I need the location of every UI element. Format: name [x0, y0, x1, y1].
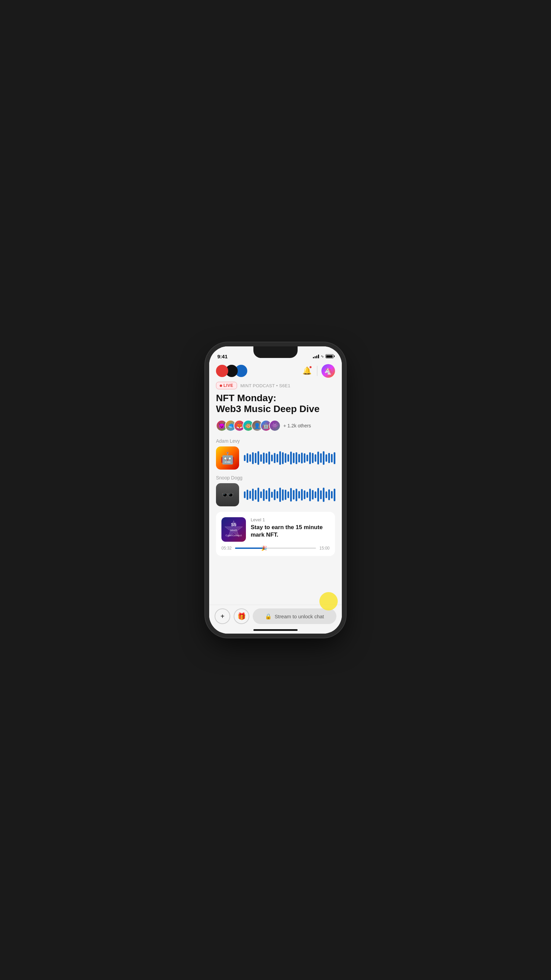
app-logo[interactable]: [216, 365, 247, 377]
wave-bar: [268, 488, 270, 501]
speaker-avatar-snoop: 🕶️: [216, 483, 239, 506]
wave-bar: [298, 454, 300, 463]
wave-bar: [333, 452, 335, 464]
user-avatar-image: 🦄: [321, 364, 335, 378]
listeners-count: + 1.2k others: [283, 423, 311, 428]
wave-bar: [266, 490, 267, 499]
wave-bar: [314, 454, 316, 462]
wave-bar: [274, 453, 275, 463]
wave-bar: [318, 488, 319, 501]
wave-bar: [287, 492, 289, 498]
live-badge: LIVE: [216, 382, 237, 389]
wave-bar: [255, 453, 256, 463]
avatar-emoji: 🦄: [324, 367, 333, 375]
wave-bar: [252, 488, 254, 501]
wave-bar: [290, 488, 292, 501]
wave-bar: [320, 490, 322, 499]
battery-icon: [326, 354, 333, 358]
wave-bar: [328, 453, 330, 463]
main-content: LIVE MINT PODCAST • S6E1 NFT Monday:Web3…: [209, 382, 342, 605]
home-indicator: [253, 629, 298, 631]
wave-bar: [249, 454, 251, 462]
show-name: MINT PODCAST • S6E1: [240, 383, 291, 388]
wave-bar: [282, 452, 284, 464]
signal-bars-icon: [313, 355, 319, 358]
nft-thumb-text: S5Mint5CyberConnect: [225, 522, 242, 537]
wave-bar: [263, 453, 265, 464]
speaker-name-adam: Adam Levy: [216, 438, 335, 444]
wave-bar: [285, 453, 286, 463]
wave-bar: [295, 488, 297, 501]
wave-bar: [306, 455, 308, 461]
nft-info: Level 1 Stay to earn the 15 minute mark …: [251, 517, 330, 539]
wave-bar: [312, 490, 314, 500]
user-avatar-button[interactable]: 🦄: [321, 364, 335, 378]
wave-bar: [279, 488, 281, 502]
wave-bar: [260, 492, 262, 498]
wave-bar: [249, 491, 251, 499]
speaker-section-adam: Adam Levy 🤖: [216, 438, 335, 469]
wave-bar: [255, 490, 256, 500]
wave-bar: [244, 455, 246, 461]
wave-bar: [309, 488, 311, 501]
header-right: 🔔 🦄: [301, 364, 335, 378]
progress-section: 05:32 🎉 15:00: [221, 546, 330, 550]
wave-bar: [244, 492, 246, 498]
speaker-row-snoop: 🕶️: [216, 483, 335, 506]
live-label: LIVE: [224, 383, 233, 388]
yellow-circle-decoration: [319, 592, 338, 611]
nft-thumbnail: S5Mint5CyberConnect: [221, 517, 246, 542]
gift-button[interactable]: 🎁: [233, 608, 249, 624]
wave-bar: [276, 491, 278, 498]
listeners-row: 😈 🧢 🦊 🐵 👤 🤖 👾 + 1.2k others: [216, 420, 335, 431]
speaker-name-snoop: Snoop Dogg: [216, 475, 335, 480]
wave-bar: [331, 491, 333, 498]
snoop-photo: 🕶️: [216, 483, 239, 506]
wave-bar: [304, 490, 305, 499]
add-button[interactable]: +: [214, 608, 230, 624]
wave-bar: [274, 489, 275, 500]
wave-bar: [271, 492, 273, 498]
notification-button[interactable]: 🔔: [301, 365, 313, 377]
progress-bar[interactable]: 🎉: [235, 547, 316, 549]
wave-bar: [328, 489, 330, 500]
wave-bar: [268, 452, 270, 465]
speaker-row-adam: 🤖: [216, 447, 335, 469]
header-divider: [317, 366, 318, 376]
wave-bar: [279, 451, 281, 465]
wave-bar: [323, 488, 324, 502]
wave-bar: [295, 452, 297, 464]
wave-bar: [293, 453, 295, 463]
nft-level: Level 1: [251, 517, 330, 522]
chat-input-locked[interactable]: 🔒 Stream to unlock chat: [253, 608, 337, 624]
show-meta: LIVE MINT PODCAST • S6E1: [216, 382, 335, 389]
wave-bar: [257, 451, 259, 465]
wave-bar: [312, 453, 314, 463]
notification-dot: [309, 366, 312, 369]
progress-thumb-emoji: 🎉: [261, 546, 267, 550]
progress-total-time: 15:00: [319, 546, 330, 550]
phone-frame: 9:41 ∿: [209, 347, 342, 633]
chat-unlock-label: Stream to unlock chat: [275, 614, 324, 619]
wave-bar: [314, 492, 316, 498]
wave-bar: [298, 491, 300, 498]
wave-bar: [285, 490, 286, 500]
add-icon: +: [221, 612, 224, 620]
notch: [253, 347, 298, 358]
wave-bar: [304, 453, 305, 463]
wave-bar: [320, 453, 322, 463]
wave-bar: [293, 490, 295, 500]
wave-bar: [333, 488, 335, 501]
wave-bar: [276, 454, 278, 463]
listener-avatars: 😈 🧢 🦊 🐵 👤 🤖 👾: [216, 420, 281, 431]
wave-bar: [282, 489, 284, 501]
status-icons: ∿: [313, 354, 333, 359]
waveform-adam: [244, 450, 335, 466]
waveform-snoop: [244, 486, 335, 503]
wave-bar: [326, 454, 327, 462]
wave-bar: [318, 452, 319, 465]
wave-bar: [260, 454, 262, 462]
live-dot: [220, 385, 222, 387]
logo-circle-red: [216, 365, 228, 377]
episode-title: NFT Monday:Web3 Music Deep Dive: [216, 393, 335, 414]
